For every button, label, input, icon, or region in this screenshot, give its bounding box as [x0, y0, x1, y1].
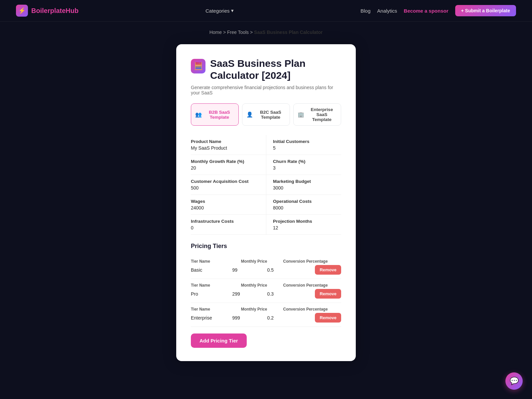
- chat-bubble[interactable]: 💬: [505, 372, 523, 390]
- tier-2-header: Tier Name Monthly Price Conversion Perce…: [191, 283, 341, 288]
- form-grid: Product Name My SaaS Product Initial Cus…: [191, 135, 341, 235]
- breadcrumb-free-tools[interactable]: Free Tools: [227, 30, 249, 35]
- field-initial-customers: Initial Customers 5: [266, 135, 341, 155]
- breadcrumb-home[interactable]: Home: [209, 30, 222, 35]
- submit-boilerplate-button[interactable]: + Submit a Boilerplate: [455, 5, 516, 16]
- tier-3-values: Enterprise 999 0.2 Remove: [191, 313, 341, 323]
- chevron-down-icon: ▾: [231, 8, 234, 14]
- remove-tier-basic-button[interactable]: Remove: [315, 265, 341, 275]
- tier-row-pro: Tier Name Monthly Price Conversion Perce…: [191, 279, 341, 303]
- field-churn-rate: Churn Rate (%) 3: [266, 155, 341, 175]
- tier-3-header: Tier Name Monthly Price Conversion Perce…: [191, 307, 341, 312]
- tier-1-header: Tier Name Monthly Price Conversion Perce…: [191, 259, 341, 264]
- logo-text: BoilerplateHub: [31, 7, 78, 15]
- breadcrumb: Home > Free Tools > SaaS Business Plan C…: [0, 22, 532, 39]
- b2b-icon: 👥: [195, 111, 202, 118]
- field-cac: Customer Acquisition Cost 500: [191, 175, 266, 195]
- field-infrastructure-costs: Infrastructure Costs 0: [191, 215, 266, 235]
- breadcrumb-current: SaaS Business Plan Calculator: [254, 30, 323, 35]
- tab-enterprise[interactable]: 🏢 Enterprise SaaS Template: [293, 103, 341, 126]
- remove-tier-pro-button[interactable]: Remove: [315, 289, 341, 299]
- sponsor-link[interactable]: Become a sponsor: [404, 8, 448, 14]
- tab-b2c[interactable]: 👤 B2C SaaS Template: [242, 103, 290, 126]
- calculator-card: 🧮 SaaS Business Plan Calculator [2024] G…: [176, 44, 356, 361]
- tier-1-values: Basic 99 0.5 Remove: [191, 265, 341, 275]
- remove-tier-enterprise-button[interactable]: Remove: [315, 313, 341, 323]
- main-content: 🧮 SaaS Business Plan Calculator [2024] G…: [0, 39, 532, 381]
- pricing-tiers-title: Pricing Tiers: [191, 243, 341, 250]
- page-subtitle: Generate comprehensive financial project…: [191, 85, 341, 95]
- b2c-icon: 👤: [246, 111, 253, 118]
- analytics-link[interactable]: Analytics: [377, 8, 397, 14]
- field-projection-months: Projection Months 12: [266, 215, 341, 235]
- categories-button[interactable]: Categories ▾: [201, 6, 238, 16]
- tier-2-values: Pro 299 0.3 Remove: [191, 289, 341, 299]
- breadcrumb-sep2: >: [250, 30, 254, 35]
- nav-center: Categories ▾: [201, 6, 238, 16]
- logo-link[interactable]: ⚡ BoilerplateHub: [16, 5, 78, 17]
- field-growth-rate: Monthly Growth Rate (%) 20: [191, 155, 266, 175]
- nav-right: Blog Analytics Become a sponsor + Submit…: [360, 5, 516, 16]
- enterprise-icon: 🏢: [298, 111, 304, 118]
- navbar: ⚡ BoilerplateHub Categories ▾ Blog Analy…: [0, 0, 532, 22]
- tier-row-basic: Tier Name Monthly Price Conversion Perce…: [191, 255, 341, 279]
- tier-row-enterprise: Tier Name Monthly Price Conversion Perce…: [191, 303, 341, 327]
- field-product-name: Product Name My SaaS Product: [191, 135, 266, 155]
- breadcrumb-sep1: >: [223, 30, 227, 35]
- calculator-icon: 🧮: [191, 59, 205, 73]
- chat-icon: 💬: [510, 377, 519, 385]
- card-header: 🧮 SaaS Business Plan Calculator [2024]: [191, 58, 341, 81]
- field-operational-costs: Operational Costs 8000: [266, 195, 341, 215]
- page-title: SaaS Business Plan Calculator [2024]: [210, 58, 341, 81]
- field-wages: Wages 24000: [191, 195, 266, 215]
- logo-icon: ⚡: [16, 5, 28, 17]
- blog-link[interactable]: Blog: [360, 8, 370, 14]
- add-pricing-tier-button[interactable]: Add Pricing Tier: [191, 333, 247, 348]
- template-tabs: 👥 B2B SaaS Template 👤 B2C SaaS Template …: [191, 103, 341, 126]
- tab-b2b[interactable]: 👥 B2B SaaS Template: [191, 103, 239, 126]
- field-marketing-budget: Marketing Budget 3000: [266, 175, 341, 195]
